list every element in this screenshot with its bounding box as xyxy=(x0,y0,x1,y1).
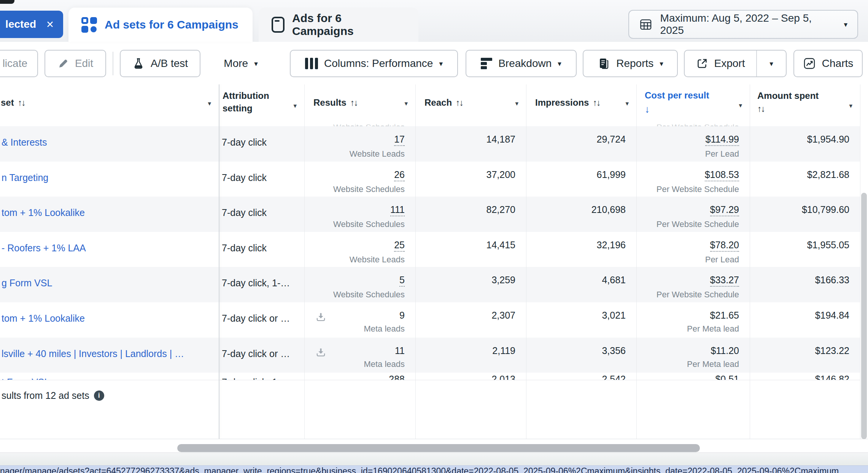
ad-set-name-link[interactable]: & Interests xyxy=(0,126,219,162)
sort-both-icon[interactable]: ↑↓ xyxy=(593,98,600,108)
more-button[interactable]: More ▾ xyxy=(211,50,270,77)
date-range-button[interactable]: Maximum: Aug 5, 2022 – Sep 5, 2025 ▾ xyxy=(628,10,858,39)
column-divider xyxy=(860,84,860,439)
breakdown-icon xyxy=(481,58,492,69)
column-menu-caret-icon[interactable]: ▾ xyxy=(625,100,629,108)
sort-both-icon[interactable]: ↑↓ xyxy=(18,98,25,108)
table-body: & Interests 7-day click 17 Website Leads… xyxy=(0,126,860,373)
results-value[interactable]: 111 xyxy=(390,204,405,216)
table-row[interactable]: tom + 1% Lookalike 7-day click 111 Websi… xyxy=(0,197,860,232)
reach-value: 2,013 xyxy=(491,374,515,380)
column-menu-caret-icon[interactable]: ▾ xyxy=(293,100,297,112)
vertical-scrollbar[interactable] xyxy=(861,193,867,439)
impressions-cell: 4,681 xyxy=(526,267,636,302)
columns-button[interactable]: Columns: Performance ▾ xyxy=(290,50,458,77)
column-menu-caret-icon[interactable]: ▾ xyxy=(404,100,408,108)
table-row[interactable]: g Form VSL 7-day click, 1-… 5 Website Sc… xyxy=(0,267,860,302)
reach-value: 2,119 xyxy=(492,345,515,356)
results-value[interactable]: 26 xyxy=(394,169,405,181)
attribution-setting-value: 7-day click, 1-… xyxy=(219,267,304,302)
cost-per-result-value[interactable]: $21.65 xyxy=(710,310,739,321)
window-bottom-band xyxy=(0,452,868,466)
table-row[interactable]: t Form VSL 7-day click, 1-… 288 2,013 2,… xyxy=(0,373,860,380)
horizontal-scrollbar[interactable] xyxy=(177,444,700,452)
download-icon[interactable] xyxy=(316,347,326,357)
reach-value: 14,415 xyxy=(486,240,515,251)
amount-spent-value: $194.84 xyxy=(815,310,849,321)
ad-set-name-link[interactable]: g Form VSL xyxy=(0,267,219,302)
tab-ad-sets-label: Ad sets for 6 Campaigns xyxy=(105,18,238,31)
sort-both-icon[interactable]: ↑↓ xyxy=(757,103,860,115)
impressions-value: 2,542 xyxy=(602,374,626,380)
table-row[interactable]: tom + 1% Lookalike 7-day click or … 9 Me… xyxy=(0,302,860,338)
export-icon xyxy=(696,57,708,70)
column-header-cost-per-result[interactable]: Cost per result ↓ ▾ xyxy=(636,84,750,121)
column-header-ad-set[interactable]: set↑↓ ▾ xyxy=(0,84,219,121)
table-row[interactable]: lsville + 40 miles | Investors | Landlor… xyxy=(0,338,860,373)
cost-per-result-value[interactable]: $78.20 xyxy=(710,240,739,252)
results-value[interactable]: 11 xyxy=(395,345,405,356)
ad-set-name-link[interactable]: - Roofers + 1% LAA xyxy=(0,232,219,267)
edit-button[interactable]: Edit xyxy=(45,50,106,77)
ad-set-name-link[interactable]: lsville + 40 miles | Investors | Landlor… xyxy=(0,338,219,373)
column-menu-caret-icon[interactable]: ▾ xyxy=(739,100,742,112)
table-row[interactable]: & Interests 7-day click 17 Website Leads… xyxy=(0,126,860,162)
results-value[interactable]: 5 xyxy=(399,275,405,287)
results-cell: 25 Website Leads xyxy=(304,232,415,267)
column-label: Results xyxy=(313,97,347,108)
column-menu-caret-icon[interactable]: ▾ xyxy=(849,100,852,112)
results-value[interactable]: 9 xyxy=(399,310,405,321)
selected-count-chip[interactable]: lected ✕ xyxy=(0,11,63,38)
cost-per-result-value[interactable]: $11.20 xyxy=(711,345,739,356)
amount-spent-cell: $1,954.90 xyxy=(750,126,860,162)
charts-icon xyxy=(803,57,816,70)
results-value[interactable]: 17 xyxy=(394,134,405,146)
amount-spent-cell: $123.22 xyxy=(750,338,860,373)
column-header-impressions[interactable]: Impressions↑↓ ▾ xyxy=(526,84,636,121)
column-header-amount-spent[interactable]: Amount spent ↑↓ ▾ xyxy=(750,84,860,121)
attribution-setting-value: 7-day click or … xyxy=(219,302,304,338)
ad-set-name-link[interactable]: tom + 1% Lookalike xyxy=(0,197,219,232)
column-header-results[interactable]: Results↑↓ ▾ xyxy=(304,84,415,121)
duplicate-button[interactable]: licate xyxy=(0,50,38,77)
status-url-text: nager/manage/adsets?act=645277296273337&… xyxy=(0,466,839,473)
attribution-setting-value: 7-day click xyxy=(219,126,304,162)
ad-set-name-link[interactable]: n Targeting xyxy=(0,162,219,197)
results-value[interactable]: 288 xyxy=(389,374,405,380)
column-header-reach[interactable]: Reach↑↓ ▾ xyxy=(415,84,526,121)
results-cell: 11 Meta leads xyxy=(304,338,415,373)
table-row[interactable]: - Roofers + 1% LAA 7-day click 25 Websit… xyxy=(0,232,860,267)
tab-ads[interactable]: Ads for 6 Campaigns xyxy=(259,8,418,42)
ad-set-name-link[interactable]: tom + 1% Lookalike xyxy=(0,302,219,338)
export-options-button[interactable]: ▾ xyxy=(756,51,786,76)
sort-both-icon[interactable]: ↑↓ xyxy=(456,98,463,108)
column-header-attribution-setting[interactable]: Attribution setting ▾ xyxy=(219,84,304,121)
column-menu-caret-icon[interactable]: ▾ xyxy=(515,100,518,108)
info-icon[interactable]: i xyxy=(94,390,104,401)
table-row[interactable]: n Targeting 7-day click 26 Website Sched… xyxy=(0,162,860,197)
chevron-down-icon: ▾ xyxy=(254,60,258,67)
cost-per-result-value[interactable]: $0.51 xyxy=(715,374,739,380)
close-icon[interactable]: ✕ xyxy=(46,20,54,29)
breakdown-button[interactable]: Breakdown ▾ xyxy=(466,50,577,77)
cost-per-result-value[interactable]: $97.29 xyxy=(710,204,739,216)
impressions-value: 3,356 xyxy=(602,345,626,356)
cost-per-result-value[interactable]: $33.27 xyxy=(710,275,739,287)
tab-ad-sets[interactable]: Ad sets for 6 Campaigns xyxy=(68,8,253,42)
sort-desc-icon[interactable]: ↓ xyxy=(645,103,750,115)
results-cell: 26 Website Schedules xyxy=(304,162,415,197)
export-button[interactable]: Export xyxy=(685,51,756,76)
scrolled-row-sliver: Website Schedules Per Website Schedule xyxy=(0,121,860,126)
column-menu-caret-icon[interactable]: ▾ xyxy=(208,100,211,108)
sort-both-icon[interactable]: ↑↓ xyxy=(350,98,358,108)
impressions-value: 3,021 xyxy=(602,310,626,321)
charts-button[interactable]: Charts xyxy=(793,50,863,77)
cost-per-result-value[interactable]: $114.99 xyxy=(705,134,739,146)
column-label: Amount spent xyxy=(757,90,819,101)
ab-test-button[interactable]: A/B test xyxy=(120,50,200,77)
results-value[interactable]: 25 xyxy=(394,240,405,252)
reports-button[interactable]: Reports ▾ xyxy=(583,50,678,77)
cost-per-result-value[interactable]: $108.53 xyxy=(705,169,739,181)
download-icon[interactable] xyxy=(316,312,326,322)
ad-set-name-link[interactable]: t Form VSL xyxy=(0,373,219,380)
